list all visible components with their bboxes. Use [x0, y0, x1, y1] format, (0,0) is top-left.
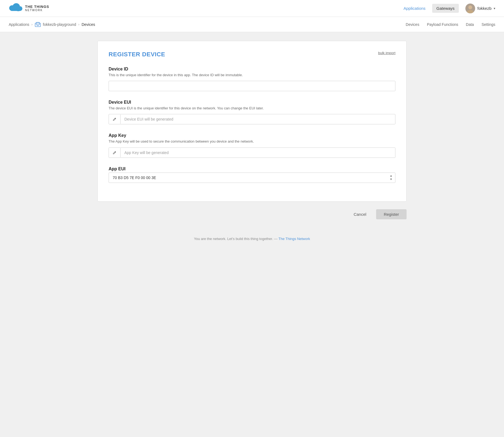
svg-rect-5 — [37, 24, 39, 26]
app-eui-stepper[interactable]: ▲ ▼ — [387, 173, 395, 182]
subnav-data[interactable]: Data — [466, 22, 474, 27]
breadcrumb-nav: Applications › fokkezb-playground › Devi… — [0, 17, 504, 32]
user-name-label: fokkezb — [477, 6, 491, 11]
app-key-description: The App Key will be used to secure the c… — [109, 139, 395, 144]
pencil-icon — [113, 117, 116, 121]
app-key-label: App Key — [109, 133, 395, 138]
breadcrumb-sep-1: › — [32, 23, 33, 26]
subnav-settings[interactable]: Settings — [481, 22, 495, 27]
register-card: REGISTER DEVICE bulk import Device ID Th… — [97, 41, 407, 202]
footer-actions: Cancel Register — [97, 209, 407, 219]
app-eui-value: 70 B3 D5 7E F0 00 00 3E — [109, 173, 387, 183]
register-button[interactable]: Register — [376, 209, 407, 219]
breadcrumb-current: Devices — [82, 22, 95, 27]
device-eui-placeholder: Device EUI will be generated — [121, 114, 395, 124]
breadcrumb-applications[interactable]: Applications — [9, 22, 29, 27]
device-eui-description: The device EUI is the unique identifier … — [109, 106, 395, 111]
breadcrumb-app-icon — [35, 22, 41, 27]
app-key-edit-button[interactable] — [109, 148, 121, 157]
avatar — [465, 4, 475, 13]
cancel-button[interactable]: Cancel — [348, 209, 372, 219]
app-eui-section: App EUI 70 B3 D5 7E F0 00 00 3E ▲ ▼ — [109, 167, 395, 183]
top-nav: THE THINGS NETWORK Applications Gateways… — [0, 0, 504, 17]
stepper-up-icon: ▲ — [390, 174, 392, 177]
device-eui-label: Device EUI — [109, 100, 395, 105]
breadcrumb-sep-2: › — [78, 23, 79, 26]
logo: THE THINGS NETWORK — [9, 3, 49, 14]
svg-point-1 — [468, 5, 472, 9]
applications-nav-link[interactable]: Applications — [404, 6, 426, 11]
breadcrumb-app-name[interactable]: fokkezb-playground — [43, 22, 76, 27]
app-key-placeholder: App Key will be generated — [121, 148, 395, 158]
pencil-icon — [113, 151, 116, 155]
stepper-down-icon: ▼ — [390, 178, 392, 181]
app-key-section: App Key The App Key will be used to secu… — [109, 133, 395, 158]
page-footer: You are the network. Let’s build this th… — [0, 228, 504, 250]
chevron-down-icon: ▾ — [494, 7, 495, 10]
device-eui-section: Device EUI The device EUI is the unique … — [109, 100, 395, 124]
bulk-import-link[interactable]: bulk import — [378, 51, 395, 55]
logo-text: THE THINGS NETWORK — [25, 5, 49, 12]
sub-nav: Devices Payload Functions Data Settings — [406, 22, 495, 27]
subnav-payload-functions[interactable]: Payload Functions — [427, 22, 458, 27]
device-id-input[interactable] — [109, 81, 395, 91]
app-eui-input-wrapper: 70 B3 D5 7E F0 00 00 3E ▲ ▼ — [109, 173, 395, 183]
app-eui-label: App EUI — [109, 167, 395, 171]
footer-link[interactable]: The Things Network — [278, 237, 310, 241]
app-key-input-wrapper: App Key will be generated — [109, 147, 395, 158]
user-menu[interactable]: fokkezb ▾ — [465, 4, 495, 13]
gateways-nav-link[interactable]: Gateways — [432, 4, 459, 13]
device-eui-edit-button[interactable] — [109, 115, 121, 124]
footer-text: You are the network. Let’s build this th… — [194, 237, 278, 241]
breadcrumb: Applications › fokkezb-playground › Devi… — [9, 22, 95, 27]
device-id-section: Device ID This is the unique identifier … — [109, 67, 395, 91]
main-content: REGISTER DEVICE bulk import Device ID Th… — [89, 32, 415, 228]
device-id-description: This is the unique identifier for the de… — [109, 73, 395, 78]
register-header: REGISTER DEVICE bulk import — [109, 51, 395, 58]
subnav-devices[interactable]: Devices — [406, 22, 419, 27]
device-eui-input-wrapper: Device EUI will be generated — [109, 114, 395, 124]
top-nav-right: Applications Gateways fokkezb ▾ — [404, 4, 495, 13]
cloud-logo-icon — [9, 3, 23, 14]
device-id-label: Device ID — [109, 67, 395, 72]
page-title: REGISTER DEVICE — [109, 51, 165, 58]
